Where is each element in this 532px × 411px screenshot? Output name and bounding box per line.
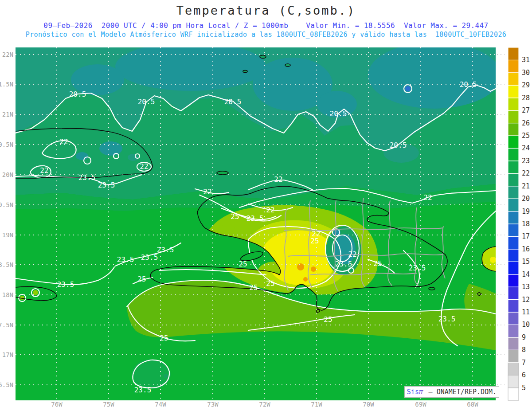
colorbar-cell — [508, 325, 519, 337]
colorbar-cell — [508, 199, 519, 211]
contour-label: 22 — [274, 175, 282, 184]
colorbar-tick-label: 20 — [522, 195, 530, 203]
lat-axis-label: 7.5N — [0, 321, 13, 329]
colorbar-tick-label: 26 — [522, 119, 530, 127]
lat-axis-label: 1.5N — [0, 81, 13, 88]
colorbar-cell — [508, 300, 519, 312]
contour-label: 20.5 — [330, 110, 347, 118]
contour-label: 20.5 — [460, 80, 477, 89]
contour-label: 22 — [59, 137, 68, 146]
lon-axis-label: 69W — [415, 401, 426, 408]
colorbar-cell — [508, 161, 519, 173]
lat-axis-label: 19N — [2, 231, 13, 239]
contour-label: 25 — [324, 315, 332, 324]
colorbar-cell — [508, 337, 519, 350]
contour-label: 22 — [40, 166, 48, 175]
colorbar: 5678910111213141516171819202122232425262… — [508, 47, 530, 400]
colorbar-cell — [508, 287, 519, 299]
contour-label: 22 — [203, 188, 211, 196]
contour-label: 22 — [423, 193, 432, 202]
lon-axis-label: 74W — [155, 401, 166, 408]
lat-axis-label: 21N — [2, 111, 13, 118]
credit-box: Sisπ´ – ONAMET/REP.DOM. — [404, 386, 499, 398]
contour-label: 25 — [373, 259, 382, 268]
contour-label: 22 — [348, 250, 356, 258]
contour-label: 25 — [137, 275, 146, 283]
colorbar-cell — [508, 136, 519, 148]
colorbar-cell — [508, 262, 519, 274]
lon-axis-label: 76W — [51, 401, 63, 408]
colorbar-cell — [508, 249, 519, 262]
credit-sis: Sis — [407, 388, 419, 396]
contour-label: 23.5 — [157, 246, 174, 254]
colorbar-cell — [508, 85, 519, 98]
credit-separator: – — [425, 388, 437, 396]
colorbar-cell — [508, 110, 519, 123]
contour-label: 23.5 — [134, 386, 152, 394]
colorbar-cell — [508, 98, 519, 110]
contour-label: 22 — [140, 162, 148, 171]
colorbar-cell — [508, 148, 519, 160]
colorbar-cell — [508, 350, 519, 362]
contour-label: 23.5 — [141, 253, 158, 262]
lat-axis-label: 0.5N — [0, 141, 13, 148]
colorbar-cell — [508, 274, 519, 287]
contour-label: 25 — [249, 283, 258, 292]
contour-label: 20.5 — [138, 98, 155, 106]
contour-label: 23.5 — [246, 214, 264, 223]
lat-axis-label: 18N — [2, 291, 13, 298]
colorbar-tick-label: 11 — [522, 308, 530, 316]
contour-label: 25 — [310, 237, 319, 245]
weather-map: 20.520.520.520.520.520.5222223.523.52222… — [0, 0, 532, 411]
lon-axis-label: 75W — [103, 401, 114, 408]
colorbar-tick-label: 22 — [522, 169, 530, 177]
colorbar-tick-label: 15 — [522, 258, 530, 266]
lat-axis-label: 17N — [2, 351, 13, 358]
colorbar-cell — [508, 224, 519, 236]
lon-axis-label: 68W — [467, 401, 478, 408]
colorbar-tick-label: 10 — [522, 321, 530, 329]
colorbar-tick-label: 24 — [522, 144, 530, 152]
contour-label: 20.5 — [69, 90, 86, 98]
colorbar-cell — [508, 123, 519, 136]
colorbar-cell — [508, 363, 519, 375]
contour-label: 25 — [239, 260, 247, 268]
colorbar-tick-label: 9 — [522, 333, 526, 341]
colorbar-cell — [508, 186, 519, 199]
subtitle-line2: Pronóstico con el Modelo Atmósferico WRF… — [0, 31, 532, 39]
contour-label: 23.5 — [335, 260, 352, 268]
subtitle-line1: 09—Feb—2026 2000 UTC / 4:00 pm Hora Loca… — [0, 21, 532, 30]
colorbar-cell — [508, 60, 519, 72]
contour-label: 20.5 — [390, 141, 407, 149]
contour-label: 20.5 — [224, 98, 242, 106]
contour-label: 25 — [231, 212, 239, 221]
colorbar-tick-label: 30 — [522, 69, 530, 77]
colorbar-cell — [508, 312, 519, 325]
colorbar-tick-label: 29 — [522, 81, 530, 89]
lat-axis-label: 22N — [2, 51, 13, 58]
colorbar-tick-label: 28 — [522, 94, 530, 102]
credit-accent: ´ — [422, 389, 425, 395]
lat-axis-label: 20N — [2, 171, 13, 178]
lat-axis-label: 8.5N — [0, 261, 13, 268]
gridline-edge-ticks — [497, 55, 505, 385]
colorbar-tick-label: 7 — [522, 359, 526, 367]
lat-axis-label: 6.5N — [0, 381, 13, 388]
colorbar-cell — [508, 388, 519, 400]
colorbar-tick-label: 31 — [522, 56, 530, 64]
page-title: Temperatura (C,somb.) — [0, 4, 532, 17]
contour-label: 23.5 — [78, 173, 96, 182]
lon-axis-label: 72W — [259, 401, 270, 408]
colorbar-tick-label: 16 — [522, 245, 530, 253]
credit-org: ONAMET/REP.DOM. — [437, 388, 497, 396]
colorbar-cell — [508, 47, 519, 60]
lat-axis-label: 9.5N — [0, 201, 13, 208]
colorbar-tick-label: 25 — [522, 132, 530, 140]
colorbar-cell — [508, 211, 519, 224]
colorbar-tick-label: 19 — [522, 207, 530, 215]
lon-axis-label: 73W — [207, 401, 219, 408]
lon-axis-label: 71W — [311, 401, 322, 408]
lon-axis-label: 70W — [363, 401, 374, 408]
colorbar-tick-label: 18 — [522, 220, 530, 228]
contour-label: 23.5 — [98, 181, 115, 189]
